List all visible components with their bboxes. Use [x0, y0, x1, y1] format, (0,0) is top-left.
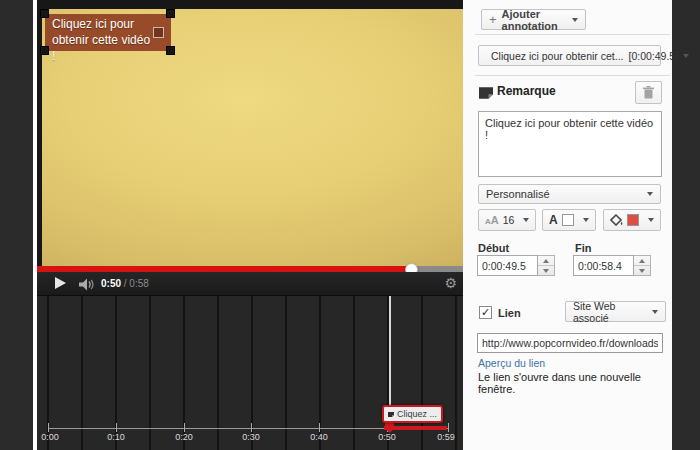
chevron-down-icon [583, 218, 589, 222]
background-color-dropdown[interactable] [603, 209, 661, 231]
step-down-button[interactable] [634, 266, 650, 275]
lien-label: Lien [498, 307, 521, 319]
settings-gear-icon[interactable]: ⚙ [444, 272, 457, 295]
step-up-button[interactable] [538, 256, 554, 266]
section-title: Remarque [497, 84, 556, 98]
timeline-playhead[interactable] [389, 296, 391, 423]
play-icon[interactable] [55, 277, 66, 289]
arrow-up-icon [639, 259, 645, 263]
font-size-dropdown[interactable]: AA 16 [478, 209, 536, 231]
text-color-icon: A [549, 213, 558, 227]
time-display: 0:50 / 0:58 [101, 272, 149, 295]
annotation-editor: Cliquez ici pour obtenir cette vidéo ! 0… [0, 0, 700, 450]
chevron-down-icon [647, 192, 653, 196]
debut-label: Début [478, 242, 509, 254]
tick-mark [116, 423, 117, 432]
debut-stepper [538, 255, 555, 276]
annotations-timeline[interactable]: 0:00 0:10 0:20 0:30 0:40 0:50 0:59 Cliqu… [37, 295, 463, 450]
fin-stepper [634, 255, 651, 276]
add-annotation-button[interactable]: + Ajouter annotation [481, 9, 586, 30]
arrow-down-icon [639, 269, 645, 273]
timeline-annotation-chip[interactable]: Cliquez ... [382, 405, 443, 423]
resize-handle-top-left[interactable] [40, 9, 49, 18]
player-controls: 0:50 / 0:58 ⚙ [37, 272, 463, 295]
arrow-down-icon [543, 269, 549, 273]
link-target-dropdown[interactable]: Site Web associé [565, 301, 666, 322]
delete-annotation-button[interactable] [635, 81, 662, 104]
duration: 0:58 [129, 278, 148, 289]
note-icon [479, 85, 493, 103]
tick-mark [319, 423, 320, 432]
lien-checkbox[interactable]: ✓ [479, 306, 492, 319]
tick-mark [184, 423, 185, 432]
annotation-selector-dropdown[interactable]: Cliquez ici pour obtenir cet... [0:00:49… [478, 45, 661, 66]
style-preset-dropdown[interactable]: Personnalisé [478, 184, 661, 204]
timeline-chip-label: Cliquez ... [397, 409, 437, 419]
text-color-swatch [562, 214, 574, 226]
resize-handle-top-right[interactable] [166, 9, 175, 18]
tick-label: 0:30 [242, 432, 260, 442]
chevron-down-icon [572, 18, 578, 22]
link-url-input[interactable] [477, 333, 663, 353]
style-preset-value: Personnalisé [486, 188, 550, 200]
tick-label: 0:40 [310, 432, 328, 442]
fin-time-input[interactable] [573, 255, 634, 276]
tick-mark [48, 423, 49, 432]
tick-label: 0:10 [107, 432, 125, 442]
fin-label: Fin [575, 242, 592, 254]
paint-bucket-icon [610, 214, 623, 226]
background-color-swatch [627, 214, 639, 226]
resize-handle-bottom-right[interactable] [166, 46, 175, 55]
link-preview-link[interactable]: Aperçu du lien [478, 357, 545, 369]
annotation-text-input[interactable]: Cliquez ici pour obtenir cette vidéo ! [478, 111, 662, 177]
divider [475, 75, 670, 76]
text-color-dropdown[interactable]: A [542, 209, 596, 231]
chevron-down-icon [683, 54, 689, 58]
chevron-down-icon [648, 218, 654, 222]
step-up-button[interactable] [634, 256, 650, 266]
video-player: Cliquez ici pour obtenir cette vidéo ! 0… [37, 0, 463, 450]
selector-label: Cliquez ici pour obtenir cet... [491, 50, 623, 62]
font-size-icon: AA [485, 215, 499, 226]
tick-label: 0:20 [175, 432, 193, 442]
tick-label: 0:00 [41, 432, 59, 442]
plus-icon: + [489, 12, 497, 27]
debut-time-input[interactable] [477, 255, 538, 276]
annotation-corner-icon[interactable] [153, 27, 164, 38]
resize-handle-bottom-left[interactable] [40, 46, 49, 55]
debut-time-field [477, 255, 555, 276]
video-annotation-box[interactable]: Cliquez ici pour obtenir cette vidéo ! [45, 14, 171, 51]
step-down-button[interactable] [538, 266, 554, 275]
fin-time-field [573, 255, 651, 276]
volume-icon[interactable] [79, 277, 94, 295]
tick-label: 0:59 [437, 432, 455, 442]
trash-icon [643, 86, 654, 99]
tick-mark [448, 423, 449, 432]
add-annotation-label: Ajouter annotation [502, 8, 567, 32]
link-target-value: Site Web associé [573, 300, 652, 324]
chevron-down-icon [523, 218, 529, 222]
tick-mark [251, 423, 252, 432]
tick-label: 0:50 [378, 432, 396, 442]
selector-time: [0:00:49.5] [628, 50, 678, 62]
chevron-down-icon [652, 310, 658, 314]
link-preview-note: Le lien s'ouvre dans une nouvelle fenêtr… [478, 371, 672, 395]
arrow-up-icon [543, 259, 549, 263]
annotation-sidebar: + Ajouter annotation Cliquez ici pour ob… [463, 0, 672, 450]
current-time: 0:50 [101, 278, 121, 289]
font-size-value: 16 [503, 214, 515, 226]
note-icon [388, 410, 394, 419]
divider [475, 34, 670, 35]
